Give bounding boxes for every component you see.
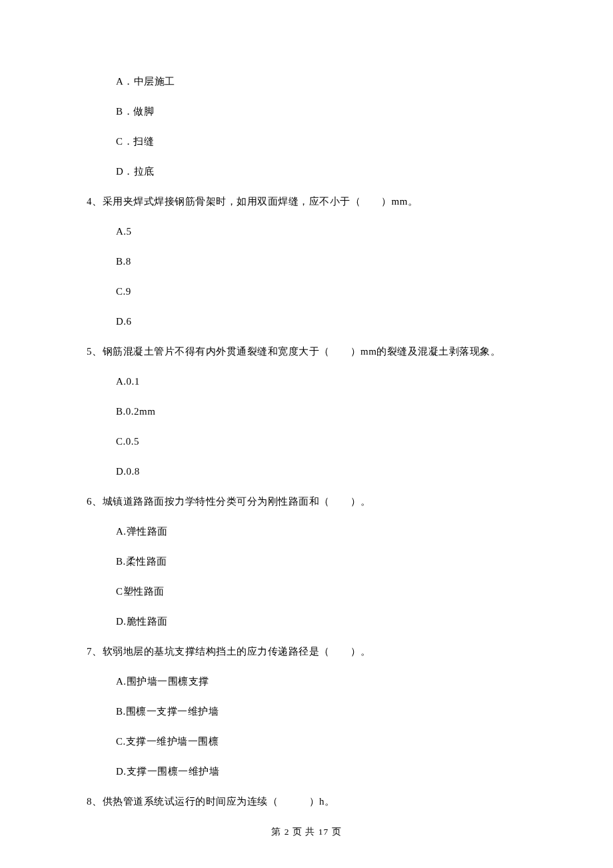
option-q7-d: D.支撑一围檩一维护墙: [116, 767, 526, 777]
question-6: 6、城镇道路路面按力学特性分类可分为刚性路面和（ ）。: [87, 497, 526, 507]
option-q3-a: A．中层施工: [116, 77, 526, 87]
question-5: 5、钢筋混凝土管片不得有内外贯通裂缝和宽度大于（ ）mm的裂缝及混凝土剥落现象。: [87, 347, 526, 357]
option-q6-b: B.柔性路面: [116, 557, 526, 567]
option-q5-a: A.0.1: [116, 377, 526, 387]
option-q5-c: C.0.5: [116, 437, 526, 447]
option-q6-d: D.脆性路面: [116, 617, 526, 627]
option-q3-d: D．拉底: [116, 167, 526, 177]
option-q4-a: A.5: [116, 227, 526, 237]
question-4: 4、采用夹焊式焊接钢筋骨架时，如用双面焊缝，应不小于（ ）mm。: [87, 197, 526, 207]
option-q6-a: A.弹性路面: [116, 527, 526, 537]
page-footer: 第 2 页 共 17 页: [0, 826, 613, 838]
question-7: 7、软弱地层的基坑支撑结构挡土的应力传递路径是（ ）。: [87, 647, 526, 657]
option-q7-a: A.围护墙一围檩支撑: [116, 677, 526, 687]
option-q6-c: C塑性路面: [116, 587, 526, 597]
option-q5-b: B.0.2mm: [116, 407, 526, 417]
question-8: 8、供热管道系统试运行的时间应为连续（ ）h。: [87, 797, 526, 807]
option-q4-c: C.9: [116, 287, 526, 297]
option-q4-d: D.6: [116, 317, 526, 327]
option-q3-b: B．做脚: [116, 107, 526, 117]
option-q7-b: B.围檩一支撑一维护墙: [116, 707, 526, 717]
option-q7-c: C.支撑一维护墙一围檩: [116, 737, 526, 747]
option-q4-b: B.8: [116, 257, 526, 267]
option-q3-c: C．扫缝: [116, 137, 526, 147]
option-q5-d: D.0.8: [116, 467, 526, 477]
